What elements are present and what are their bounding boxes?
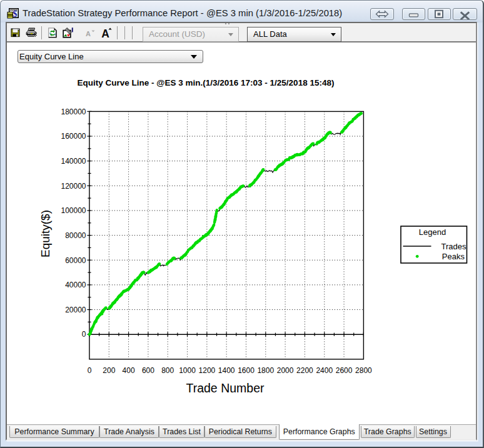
svg-text:160000: 160000 <box>61 132 86 141</box>
svg-text:400: 400 <box>123 366 135 375</box>
svg-text:2400: 2400 <box>316 366 333 375</box>
svg-text:1400: 1400 <box>218 366 235 375</box>
svg-text:60000: 60000 <box>65 256 86 265</box>
svg-text:100000: 100000 <box>61 206 86 215</box>
svg-text:0: 0 <box>88 366 92 375</box>
svg-text:0: 0 <box>82 330 86 339</box>
svg-text:40000: 40000 <box>65 281 86 289</box>
svg-text:2600: 2600 <box>336 366 353 375</box>
svg-text:Legend: Legend <box>419 227 446 237</box>
svg-text:2000: 2000 <box>277 366 294 375</box>
svg-text:2800: 2800 <box>355 366 372 375</box>
svg-text:20000: 20000 <box>65 306 86 314</box>
svg-text:1000: 1000 <box>179 366 196 375</box>
svg-text:600: 600 <box>142 366 154 375</box>
svg-text:Trades: Trades <box>441 242 466 251</box>
svg-text:Trade Number: Trade Number <box>186 381 265 395</box>
svg-text:180000: 180000 <box>61 107 86 116</box>
svg-text:Equity Curve Line - @ES 3 min.: Equity Curve Line - @ES 3 min.(1/3/2016 … <box>78 78 335 87</box>
svg-text:80000: 80000 <box>65 231 86 240</box>
svg-text:Peaks: Peaks <box>442 252 465 261</box>
svg-text:120000: 120000 <box>61 182 86 191</box>
svg-text:Equity($): Equity($) <box>39 210 52 257</box>
svg-text:2200: 2200 <box>296 366 313 375</box>
svg-text:1600: 1600 <box>238 366 255 375</box>
svg-text:1200: 1200 <box>199 366 216 375</box>
svg-text:200: 200 <box>103 366 115 375</box>
svg-text:800: 800 <box>161 366 174 375</box>
svg-text:1800: 1800 <box>257 366 274 375</box>
svg-text:140000: 140000 <box>61 157 86 166</box>
